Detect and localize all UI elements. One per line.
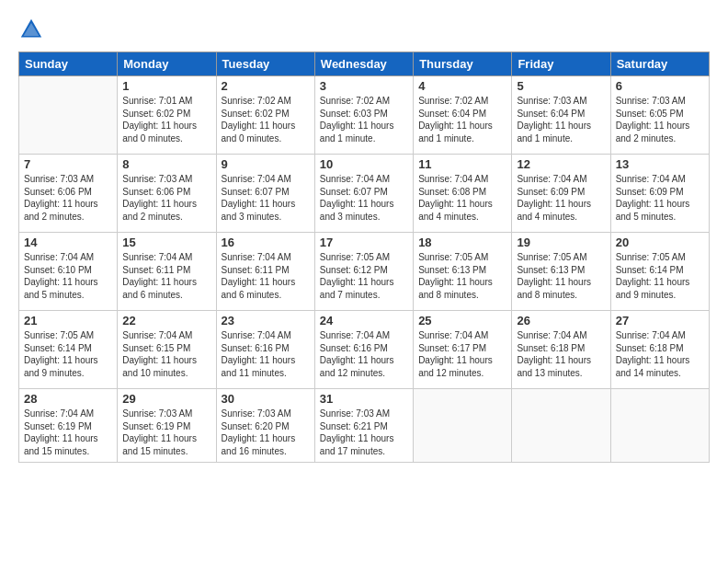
day-number: 29 — [122, 392, 210, 406]
day-number: 30 — [222, 392, 310, 406]
header — [18, 17, 710, 42]
day-info: Sunrise: 7:04 AM Sunset: 6:16 PM Dayligh… — [222, 329, 310, 379]
day-cell: 29Sunrise: 7:03 AM Sunset: 6:19 PM Dayli… — [118, 389, 216, 463]
day-number: 22 — [122, 314, 210, 327]
day-cell: 7Sunrise: 7:03 AM Sunset: 6:06 PM Daylig… — [19, 155, 118, 233]
week-row-5: 28Sunrise: 7:04 AM Sunset: 6:19 PM Dayli… — [19, 389, 710, 463]
day-info: Sunrise: 7:04 AM Sunset: 6:07 PM Dayligh… — [320, 173, 408, 223]
day-header-tuesday: Tuesday — [216, 52, 314, 76]
day-cell: 22Sunrise: 7:04 AM Sunset: 6:15 PM Dayli… — [118, 311, 216, 389]
day-number: 1 — [122, 79, 210, 93]
day-info: Sunrise: 7:04 AM Sunset: 6:11 PM Dayligh… — [222, 251, 310, 301]
day-header-thursday: Thursday — [414, 52, 512, 76]
day-header-row: SundayMondayTuesdayWednesdayThursdayFrid… — [19, 52, 710, 76]
day-info: Sunrise: 7:05 AM Sunset: 6:13 PM Dayligh… — [418, 251, 506, 301]
page: SundayMondayTuesdayWednesdayThursdayFrid… — [0, 0, 728, 472]
day-info: Sunrise: 7:01 AM Sunset: 6:02 PM Dayligh… — [122, 95, 210, 144]
day-info: Sunrise: 7:02 AM Sunset: 6:03 PM Dayligh… — [320, 95, 408, 144]
day-number: 26 — [517, 314, 605, 327]
week-row-3: 14Sunrise: 7:04 AM Sunset: 6:10 PM Dayli… — [19, 233, 710, 311]
day-cell: 1Sunrise: 7:01 AM Sunset: 6:02 PM Daylig… — [118, 76, 216, 155]
day-number: 10 — [320, 157, 408, 171]
day-cell: 18Sunrise: 7:05 AM Sunset: 6:13 PM Dayli… — [414, 233, 512, 311]
week-row-1: 1Sunrise: 7:01 AM Sunset: 6:02 PM Daylig… — [19, 76, 710, 155]
day-cell: 12Sunrise: 7:04 AM Sunset: 6:09 PM Dayli… — [512, 155, 610, 233]
day-number: 21 — [24, 314, 112, 327]
day-cell: 14Sunrise: 7:04 AM Sunset: 6:10 PM Dayli… — [19, 233, 118, 311]
calendar-table: SundayMondayTuesdayWednesdayThursdayFrid… — [18, 52, 710, 463]
day-cell — [414, 389, 512, 463]
day-cell: 23Sunrise: 7:04 AM Sunset: 6:16 PM Dayli… — [216, 311, 314, 389]
day-cell: 15Sunrise: 7:04 AM Sunset: 6:11 PM Dayli… — [118, 233, 216, 311]
day-info: Sunrise: 7:05 AM Sunset: 6:12 PM Dayligh… — [320, 251, 408, 301]
day-info: Sunrise: 7:03 AM Sunset: 6:06 PM Dayligh… — [24, 173, 112, 223]
day-info: Sunrise: 7:04 AM Sunset: 6:16 PM Dayligh… — [320, 329, 408, 379]
day-cell: 30Sunrise: 7:03 AM Sunset: 6:20 PM Dayli… — [216, 389, 314, 463]
day-number: 14 — [24, 236, 112, 249]
day-cell: 28Sunrise: 7:04 AM Sunset: 6:19 PM Dayli… — [19, 389, 118, 463]
day-cell: 16Sunrise: 7:04 AM Sunset: 6:11 PM Dayli… — [216, 233, 314, 311]
day-cell: 4Sunrise: 7:02 AM Sunset: 6:04 PM Daylig… — [414, 76, 512, 155]
day-number: 13 — [616, 157, 704, 171]
day-info: Sunrise: 7:04 AM Sunset: 6:18 PM Dayligh… — [616, 329, 704, 379]
day-header-friday: Friday — [512, 52, 610, 76]
logo-icon — [18, 17, 44, 42]
day-info: Sunrise: 7:04 AM Sunset: 6:17 PM Dayligh… — [418, 329, 506, 379]
day-number: 11 — [418, 157, 506, 171]
day-info: Sunrise: 7:03 AM Sunset: 6:06 PM Dayligh… — [122, 173, 210, 223]
day-cell: 5Sunrise: 7:03 AM Sunset: 6:04 PM Daylig… — [512, 76, 610, 155]
day-info: Sunrise: 7:02 AM Sunset: 6:02 PM Dayligh… — [222, 95, 310, 144]
day-header-monday: Monday — [118, 52, 216, 76]
day-cell: 19Sunrise: 7:05 AM Sunset: 6:13 PM Dayli… — [512, 233, 610, 311]
day-cell: 27Sunrise: 7:04 AM Sunset: 6:18 PM Dayli… — [610, 311, 709, 389]
day-info: Sunrise: 7:04 AM Sunset: 6:19 PM Dayligh… — [24, 408, 112, 457]
day-cell: 31Sunrise: 7:03 AM Sunset: 6:21 PM Dayli… — [314, 389, 413, 463]
day-header-wednesday: Wednesday — [314, 52, 413, 76]
day-number: 15 — [122, 236, 210, 249]
day-number: 19 — [517, 236, 605, 249]
day-cell: 10Sunrise: 7:04 AM Sunset: 6:07 PM Dayli… — [314, 155, 413, 233]
day-number: 3 — [320, 79, 408, 93]
week-row-2: 7Sunrise: 7:03 AM Sunset: 6:06 PM Daylig… — [19, 155, 710, 233]
day-info: Sunrise: 7:04 AM Sunset: 6:11 PM Dayligh… — [122, 251, 210, 301]
day-cell: 24Sunrise: 7:04 AM Sunset: 6:16 PM Dayli… — [314, 311, 413, 389]
day-header-sunday: Sunday — [19, 52, 118, 76]
day-number: 7 — [24, 157, 112, 171]
day-info: Sunrise: 7:04 AM Sunset: 6:15 PM Dayligh… — [122, 329, 210, 379]
day-info: Sunrise: 7:04 AM Sunset: 6:09 PM Dayligh… — [616, 173, 704, 223]
day-info: Sunrise: 7:04 AM Sunset: 6:10 PM Dayligh… — [24, 251, 112, 301]
day-cell — [512, 389, 610, 463]
day-info: Sunrise: 7:05 AM Sunset: 6:14 PM Dayligh… — [24, 329, 112, 379]
day-cell — [610, 389, 709, 463]
day-number: 25 — [418, 314, 506, 327]
day-number: 4 — [418, 79, 506, 93]
day-number: 20 — [616, 236, 704, 249]
day-number: 23 — [222, 314, 310, 327]
day-number: 2 — [222, 79, 310, 93]
day-cell: 21Sunrise: 7:05 AM Sunset: 6:14 PM Dayli… — [19, 311, 118, 389]
day-header-saturday: Saturday — [610, 52, 709, 76]
day-cell — [19, 76, 118, 155]
day-number: 28 — [24, 392, 112, 406]
day-number: 16 — [222, 236, 310, 249]
day-number: 24 — [320, 314, 408, 327]
day-cell: 11Sunrise: 7:04 AM Sunset: 6:08 PM Dayli… — [414, 155, 512, 233]
day-cell: 13Sunrise: 7:04 AM Sunset: 6:09 PM Dayli… — [610, 155, 709, 233]
day-info: Sunrise: 7:03 AM Sunset: 6:21 PM Dayligh… — [320, 408, 408, 457]
day-number: 12 — [517, 157, 605, 171]
day-info: Sunrise: 7:03 AM Sunset: 6:19 PM Dayligh… — [122, 408, 210, 457]
day-number: 18 — [418, 236, 506, 249]
day-info: Sunrise: 7:04 AM Sunset: 6:18 PM Dayligh… — [517, 329, 605, 379]
day-cell: 3Sunrise: 7:02 AM Sunset: 6:03 PM Daylig… — [314, 76, 413, 155]
week-row-4: 21Sunrise: 7:05 AM Sunset: 6:14 PM Dayli… — [19, 311, 710, 389]
day-number: 31 — [320, 392, 408, 406]
day-number: 9 — [222, 157, 310, 171]
day-info: Sunrise: 7:05 AM Sunset: 6:13 PM Dayligh… — [517, 251, 605, 301]
day-cell: 2Sunrise: 7:02 AM Sunset: 6:02 PM Daylig… — [216, 76, 314, 155]
day-cell: 17Sunrise: 7:05 AM Sunset: 6:12 PM Dayli… — [314, 233, 413, 311]
day-number: 8 — [122, 157, 210, 171]
day-number: 5 — [517, 79, 605, 93]
day-cell: 20Sunrise: 7:05 AM Sunset: 6:14 PM Dayli… — [610, 233, 709, 311]
day-cell: 6Sunrise: 7:03 AM Sunset: 6:05 PM Daylig… — [610, 76, 709, 155]
day-number: 6 — [616, 79, 704, 93]
